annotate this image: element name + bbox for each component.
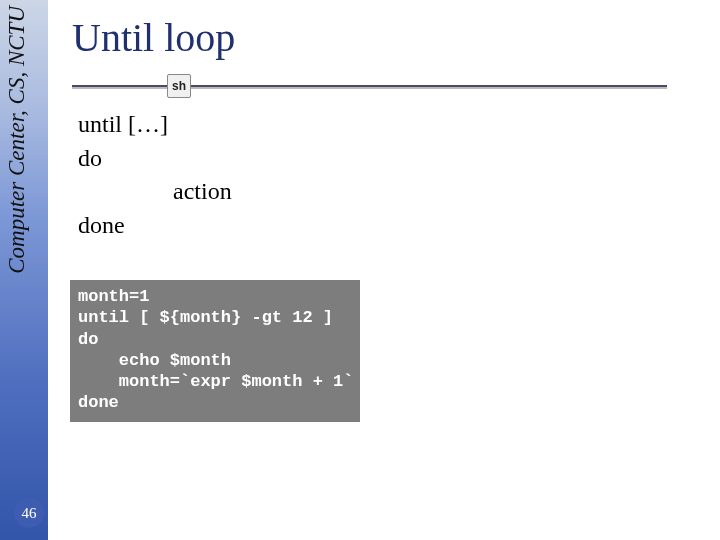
title-block: Until loop (72, 14, 672, 69)
code-line: month=1 (78, 287, 149, 306)
code-example: month=1 until [ ${month} -gt 12 ] do ech… (70, 280, 360, 422)
syntax-done: done (78, 209, 638, 243)
code-line: do (78, 330, 98, 349)
syntax-until: until […] (78, 108, 638, 142)
code-line: echo $month (78, 351, 231, 370)
code-line: month=`expr $month + 1` (78, 372, 353, 391)
syntax-action: action (78, 175, 638, 209)
page-title: Until loop (72, 14, 672, 61)
code-line: until [ ${month} -gt 12 ] (78, 308, 333, 327)
slide-number: 46 (14, 498, 44, 528)
title-rule (72, 85, 667, 87)
syntax-do: do (78, 142, 638, 176)
code-line: done (78, 393, 119, 412)
syntax-block: until […] do action done (78, 108, 638, 242)
sh-icon: sh (167, 74, 191, 98)
sidebar-org-text: Computer Center, CS, NCTU (4, 6, 32, 274)
